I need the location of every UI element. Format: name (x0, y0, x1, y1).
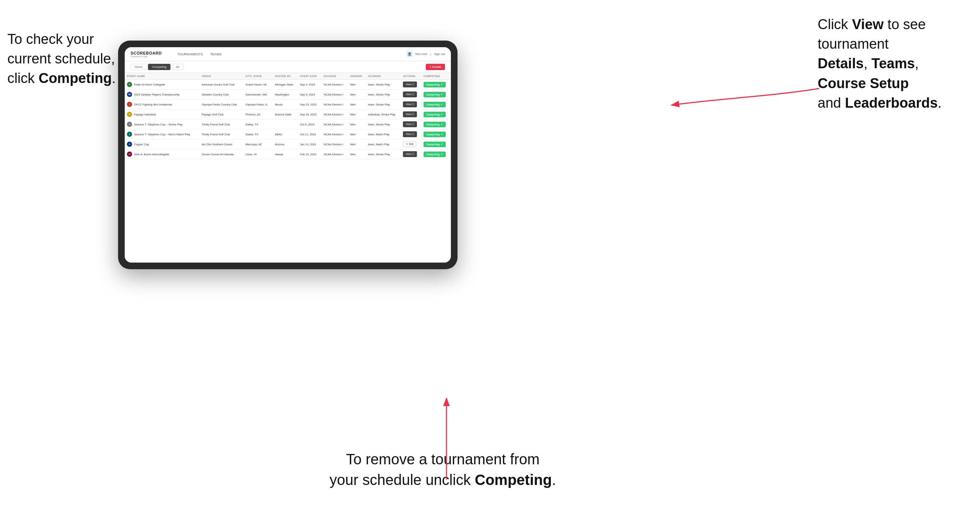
table-row: J Jackson T. Stephens Cup – Stroke Play … (125, 119, 451, 129)
col-competing: COMPETING (422, 73, 451, 80)
event-name: Papago Individual (134, 113, 156, 116)
event-name: Jackson T. Stephens Cup – Stroke Play (134, 123, 183, 126)
event-name-cell: J Jackson T. Stephens Cup – Men's Match … (125, 129, 200, 140)
nav-links: TOURNAMENTS TEAMS (177, 52, 221, 56)
table-row: J Jackson T. Stephens Cup – Men's Match … (125, 129, 451, 140)
competing-button[interactable]: Competing (423, 122, 446, 127)
venue-cell: Trinity Forest Golf Club (200, 119, 243, 129)
gender-cell: Men (348, 140, 366, 149)
division-cell: NCAA Division I (321, 90, 348, 100)
competing-button[interactable]: Competing (423, 132, 446, 137)
hosted-by-cell: Illinois (273, 100, 298, 110)
city-state-cell: Olympia Fields, IL (243, 100, 273, 110)
venue-cell: Olympia Fields Country Club (200, 100, 243, 110)
tablet-frame: SCOREBOARD Powered by clipp TOURNAMENTS … (118, 41, 458, 269)
event-name-cell: H John A. Burns Intercollegiate (125, 149, 200, 159)
hosted-by-cell: Arizona State (273, 110, 298, 119)
competing-cell: Competing (422, 90, 451, 100)
col-start-date: START DATE (298, 73, 321, 80)
competing-button[interactable]: Competing (423, 152, 446, 157)
gender-cell: Men (348, 80, 366, 90)
competing-cell: Competing (422, 119, 451, 129)
start-date-cell: Sep 18, 2023 (298, 110, 321, 119)
event-name-cell: W 2023 Sahalee Players Championship (125, 90, 200, 100)
team-logo: F (127, 82, 132, 87)
table-row: H John A. Burns Intercollegiate Ocean Co… (125, 149, 451, 159)
scoring-cell: team, Stroke Play (366, 100, 401, 110)
view-button[interactable]: View ⓘ (403, 102, 417, 107)
competing-button[interactable]: Competing (423, 141, 446, 147)
city-state-cell: Maricopa, AZ (243, 140, 273, 149)
competing-cell: Competing (422, 80, 451, 90)
table-row: A Copper Cup Ak-Chin Southern Dunes Mari… (125, 140, 451, 149)
view-button[interactable]: View ⓘ (403, 131, 417, 137)
view-button[interactable]: View ⓘ (403, 92, 417, 97)
division-cell: NCAA Division I (321, 149, 348, 159)
competing-cell: Competing (422, 129, 451, 140)
scoring-cell: team, Match Play (366, 140, 401, 149)
view-button[interactable]: View ⓘ (403, 111, 417, 117)
event-name: John A. Burns Intercollegiate (134, 153, 169, 156)
division-cell: NCAA Division I (321, 110, 348, 119)
tab-competing[interactable]: Competing (148, 64, 170, 70)
nav-tournaments[interactable]: TOURNAMENTS (177, 52, 202, 56)
start-date-cell: Sep 4, 2023 (298, 80, 321, 90)
scoring-cell: team, Stroke Play (366, 119, 401, 129)
team-logo: J (127, 122, 132, 127)
gender-cell: Men (348, 149, 366, 159)
division-cell: NCAA Division I (321, 100, 348, 110)
col-event-name: EVENT NAME (125, 73, 200, 80)
competing-button[interactable]: Competing (423, 92, 446, 97)
city-state-cell: Lihue, HI (243, 149, 273, 159)
actions-cell: View ⓘ (401, 80, 421, 90)
team-logo: A (127, 141, 132, 147)
tab-home[interactable]: Home (130, 64, 146, 70)
city-state-cell: Dallas, TX (243, 129, 273, 140)
competing-button[interactable]: Competing (423, 82, 446, 87)
actions-cell: View ⓘ (401, 149, 421, 159)
competing-button[interactable]: Competing (423, 102, 446, 107)
gender-cell: Men (348, 110, 366, 119)
view-button[interactable]: View ⓘ (403, 151, 417, 157)
gender-cell: Men (348, 100, 366, 110)
city-state-cell: Sammamish, WA (243, 90, 273, 100)
competing-button[interactable]: Competing (423, 112, 446, 117)
create-button[interactable]: + Create (426, 64, 445, 70)
venue-cell: Trinity Forest Golf Club (200, 129, 243, 140)
divider: | (431, 52, 431, 56)
tournaments-table: EVENT NAME VENUE CITY, STATE HOSTED BY S… (125, 73, 451, 263)
event-name: Jackson T. Stephens Cup – Men's Match Pl… (134, 133, 190, 136)
nav-teams[interactable]: TEAMS (210, 52, 222, 56)
tab-all[interactable]: All (172, 64, 183, 70)
col-actions: ACTIONS (401, 73, 421, 80)
user-icon: 👤 (407, 52, 412, 57)
hosted-by-cell: Arizona (273, 140, 298, 149)
edit-button[interactable]: ✏ Edit (403, 141, 416, 147)
actions-cell: ✏ Edit (401, 140, 421, 149)
team-logo: J (127, 132, 132, 137)
actions-cell: View ⓘ (401, 129, 421, 140)
col-division: DIVISION (321, 73, 348, 80)
event-name: 2023 Sahalee Players Championship (134, 93, 179, 96)
city-state-cell: Phoenix, AZ (243, 110, 273, 119)
scoring-cell: team, Stroke Play (366, 90, 401, 100)
col-gender: GENDER (348, 73, 366, 80)
event-name: Copper Cup (134, 143, 149, 146)
event-name-cell: P Papago Individual (125, 110, 200, 119)
actions-cell: View ⓘ (401, 110, 421, 119)
team-logo: H (127, 152, 132, 157)
logo-subtitle: Powered by clipp (130, 55, 162, 57)
competing-cell: Competing (422, 140, 451, 149)
view-button[interactable]: View ⓘ (403, 121, 417, 127)
sign-out-link[interactable]: Sign out (434, 52, 445, 56)
city-state-cell: Dallas, TX (243, 119, 273, 129)
division-cell: NCAA Division I (321, 140, 348, 149)
city-state-cell: Grand Haven, MI (243, 80, 273, 90)
col-venue: VENUE (200, 73, 243, 80)
gender-cell: Men (348, 90, 366, 100)
table-row: I OFCC Fighting Illini Invitational Olym… (125, 100, 451, 110)
table-header: EVENT NAME VENUE CITY, STATE HOSTED BY S… (125, 73, 451, 80)
filter-tabs: Home Competing All (130, 64, 183, 70)
header-right: 👤 Test User | Sign out (407, 52, 445, 57)
view-button[interactable]: View ⓘ (403, 81, 417, 87)
